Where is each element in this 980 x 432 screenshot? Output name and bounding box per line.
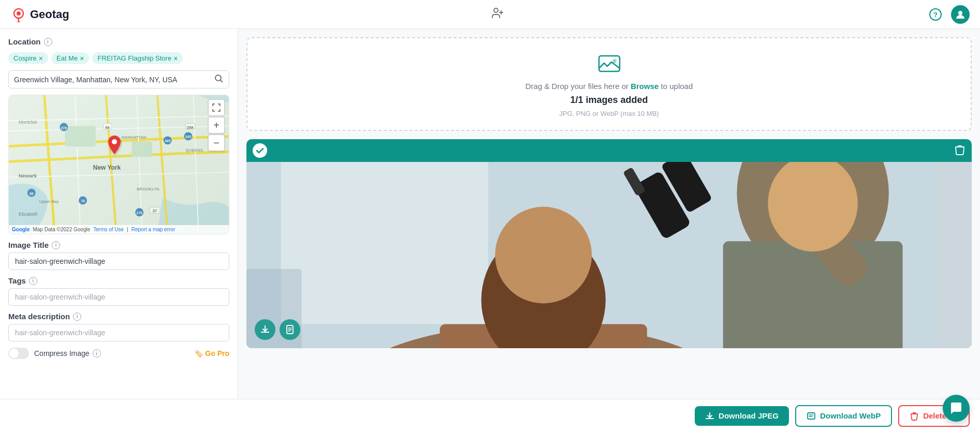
map-report[interactable]: Report a map error bbox=[131, 227, 175, 232]
compress-row: Compress Image i 🏷️ Go Pro bbox=[8, 348, 229, 359]
svg-text:27: 27 bbox=[153, 209, 157, 213]
svg-point-1 bbox=[17, 11, 21, 16]
tag-chip-cospire: Cospire × bbox=[8, 52, 48, 64]
map-container[interactable]: Montclair Newark New York MANHATTAN BROO… bbox=[8, 95, 229, 234]
location-tags-row: Cospire × Eat Me × FREITAG Flagship Stor… bbox=[8, 52, 229, 64]
meta-desc-info-icon[interactable]: i bbox=[73, 312, 81, 321]
map-copy: Map Data ©2022 Google bbox=[33, 227, 90, 232]
image-download-button[interactable] bbox=[255, 319, 275, 340]
go-pro-text: Go Pro bbox=[205, 349, 229, 357]
tag-chip-cospire-label: Cospire bbox=[13, 54, 37, 62]
compress-toggle[interactable] bbox=[8, 348, 29, 359]
map-svg: Montclair Newark New York MANHATTAN BROO… bbox=[9, 95, 229, 234]
drag-text: Drag & Drop your files here or bbox=[525, 82, 631, 91]
meta-desc-label: Meta description i bbox=[8, 312, 229, 321]
svg-point-41 bbox=[112, 139, 117, 144]
map-controls: + − bbox=[208, 99, 225, 151]
map-google-brand: Google bbox=[12, 227, 30, 232]
svg-text:?: ? bbox=[933, 11, 938, 19]
image-card bbox=[246, 139, 972, 348]
location-search-row bbox=[8, 70, 229, 88]
svg-point-4 bbox=[494, 8, 498, 12]
download-jpeg-label: Download JPEG bbox=[719, 411, 779, 420]
tag-chip-freitag-label: FREITAG Flagship Store bbox=[97, 54, 171, 62]
svg-text:25A: 25A bbox=[187, 126, 194, 129]
image-title-label: Image Title i bbox=[8, 241, 229, 249]
image-title-info-icon[interactable]: i bbox=[52, 241, 60, 249]
meta-desc-group: Meta description i bbox=[8, 312, 229, 341]
chat-bubble[interactable] bbox=[943, 395, 970, 422]
svg-rect-59 bbox=[937, 162, 972, 348]
after-browse-text: to upload bbox=[659, 82, 693, 91]
map-terms[interactable]: Terms of Use bbox=[93, 227, 124, 232]
svg-point-9 bbox=[958, 11, 962, 15]
image-title-input[interactable] bbox=[8, 252, 229, 270]
go-pro-button[interactable]: 🏷️ Go Pro bbox=[194, 349, 229, 357]
svg-line-11 bbox=[221, 80, 223, 83]
svg-rect-13 bbox=[65, 126, 96, 147]
location-info-icon[interactable]: i bbox=[44, 38, 52, 46]
svg-text:QUEENS: QUEENS bbox=[186, 148, 203, 153]
compress-info-icon[interactable]: i bbox=[93, 349, 101, 357]
map-fullscreen-button[interactable] bbox=[208, 99, 225, 116]
help-button[interactable]: ? bbox=[926, 5, 945, 24]
image-bottom-icons bbox=[255, 319, 300, 340]
svg-rect-45 bbox=[281, 162, 488, 324]
meta-desc-text: Meta description bbox=[8, 312, 70, 321]
image-check-icon bbox=[253, 143, 267, 158]
compress-text: Compress Image bbox=[34, 349, 90, 357]
main: Location i Cospire × Eat Me × FREITAG Fl… bbox=[0, 29, 980, 399]
svg-text:New York: New York bbox=[93, 164, 121, 171]
download-jpeg-button[interactable]: Download JPEG bbox=[695, 406, 789, 426]
svg-rect-62 bbox=[808, 413, 815, 419]
right-panel: Drag & Drop your files here or Browse to… bbox=[238, 29, 980, 399]
image-file-button[interactable] bbox=[280, 319, 300, 340]
svg-text:495: 495 bbox=[165, 139, 171, 143]
upload-format: JPG, PNG or WebP (max 10 MB) bbox=[559, 110, 659, 117]
logo-text: Geotag bbox=[30, 8, 69, 21]
tags-label: Tags i bbox=[8, 276, 229, 285]
compress-toggle-slider bbox=[8, 348, 29, 359]
svg-rect-53 bbox=[723, 241, 903, 348]
image-delete-button[interactable] bbox=[954, 144, 966, 158]
location-search-input[interactable] bbox=[14, 76, 210, 84]
svg-text:BROOKLYN: BROOKLYN bbox=[137, 187, 159, 191]
upload-zone[interactable]: Drag & Drop your files here or Browse to… bbox=[246, 37, 972, 131]
tag-chip-eatme: Eat Me × bbox=[51, 52, 89, 64]
tags-input[interactable] bbox=[8, 288, 229, 306]
upload-count: 1/1 images added bbox=[570, 95, 648, 106]
svg-text:95: 95 bbox=[30, 192, 34, 196]
tags-info-icon[interactable]: i bbox=[29, 277, 37, 285]
upload-drag-text: Drag & Drop your files here or Browse to… bbox=[525, 82, 693, 91]
tag-chip-eatme-label: Eat Me bbox=[56, 54, 78, 62]
account-button[interactable] bbox=[951, 5, 970, 24]
location-search-button[interactable] bbox=[214, 74, 224, 85]
download-webp-label: Download WebP bbox=[820, 411, 881, 420]
compress-label: Compress Image i bbox=[34, 349, 101, 357]
browse-link[interactable]: Browse bbox=[631, 82, 659, 91]
map-footer: Google Map Data ©2022 Google Terms of Us… bbox=[9, 225, 229, 234]
download-webp-button[interactable]: Download WebP bbox=[795, 405, 892, 427]
svg-text:MANHATTAN: MANHATTAN bbox=[121, 135, 146, 140]
header: Geotag ? bbox=[0, 0, 980, 29]
meta-desc-input[interactable] bbox=[8, 324, 229, 341]
svg-text:Newark: Newark bbox=[19, 173, 37, 178]
map-pin bbox=[108, 136, 121, 158]
image-scene-svg bbox=[246, 162, 972, 348]
tag-chip-freitag-remove[interactable]: × bbox=[173, 55, 178, 62]
map-zoom-out-button[interactable]: − bbox=[208, 135, 225, 151]
svg-text:78: 78 bbox=[81, 199, 85, 203]
svg-text:Montclair: Montclair bbox=[19, 120, 37, 125]
map-zoom-in-button[interactable]: + bbox=[208, 117, 225, 133]
tag-chip-cospire-remove[interactable]: × bbox=[39, 55, 43, 62]
map-background: Montclair Newark New York MANHATTAN BROO… bbox=[9, 95, 229, 234]
add-person-button[interactable] bbox=[491, 7, 504, 22]
svg-point-43 bbox=[612, 59, 617, 63]
tag-chip-eatme-remove[interactable]: × bbox=[80, 55, 84, 62]
tags-text: Tags bbox=[8, 276, 26, 285]
svg-text:9A: 9A bbox=[105, 126, 110, 129]
svg-point-3 bbox=[16, 21, 21, 23]
image-title-group: Image Title i bbox=[8, 241, 229, 270]
go-pro-icon: 🏷️ bbox=[194, 349, 203, 357]
header-center bbox=[491, 7, 504, 22]
